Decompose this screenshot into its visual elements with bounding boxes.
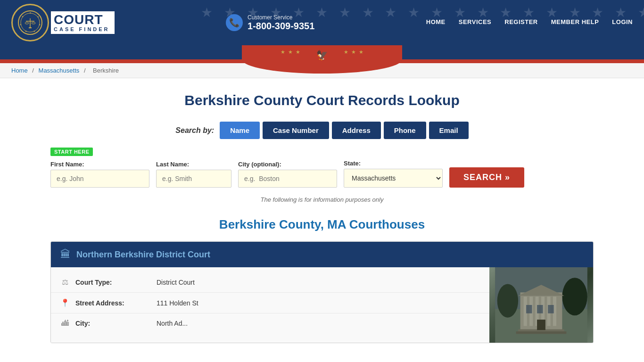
svg-point-18 <box>562 278 587 315</box>
last-name-field: Last Name: <box>156 161 231 188</box>
courthouse-card: 🏛 Northern Berkshire District Court ⚖ Co… <box>50 241 594 343</box>
city-row: 🏙 City: North Ad... <box>51 313 489 333</box>
street-address-val: 111 Holden St <box>157 299 198 307</box>
svg-point-11 <box>25 22 29 24</box>
svg-point-17 <box>497 284 518 318</box>
city-label: City (optional): <box>238 161 337 168</box>
logo-case-finder-text: CASE FINDER <box>54 26 110 32</box>
svg-rect-30 <box>537 305 543 313</box>
logo-svg: ★ ★ ★ ★ ★ ★ ★ <box>17 10 43 35</box>
courthouse-image <box>489 267 593 343</box>
courthouse-image-placeholder <box>489 267 593 343</box>
svg-text:★: ★ <box>29 11 32 14</box>
breadcrumb-sep-2: / <box>84 67 87 74</box>
svg-text:★: ★ <box>38 24 41 26</box>
cs-label: Customer Service <box>248 14 314 21</box>
nav-register[interactable]: REGISTER <box>504 18 537 27</box>
courthouse-info: ⚖ Court Type: District Court 📍 Street Ad… <box>51 267 489 343</box>
logo-badge: ★ ★ ★ ★ ★ ★ ★ <box>11 4 49 41</box>
city-val: North Ad... <box>157 320 188 327</box>
breadcrumb-current: Berkshire <box>93 67 119 74</box>
svg-point-12 <box>32 22 35 24</box>
last-name-label: Last Name: <box>156 161 231 168</box>
svg-rect-31 <box>548 305 553 313</box>
courthouse-building-svg <box>489 267 593 343</box>
logo-text-box: COURT CASE FINDER <box>51 11 115 34</box>
gavel-icon: ⚖ <box>60 278 70 287</box>
nav-home[interactable]: HOME <box>426 18 446 27</box>
page-title: Berkshire County Court Records Lookup <box>50 92 594 108</box>
courthouses-title: Berkshire County, MA Courthouses <box>50 217 594 232</box>
search-button[interactable]: SEARCH » <box>449 167 524 188</box>
customer-service: 📞 Customer Service 1-800-309-9351 <box>226 14 314 32</box>
street-address-row: 📍 Street Address: 111 Holden St <box>51 293 489 313</box>
tab-name[interactable]: Name <box>220 122 260 139</box>
courthouse-body: ⚖ Court Type: District Court 📍 Street Ad… <box>51 267 593 343</box>
court-type-row: ⚖ Court Type: District Court <box>51 272 489 293</box>
city-field: City (optional): <box>238 161 337 188</box>
city-input[interactable] <box>238 170 337 188</box>
search-by-label: Search by: <box>175 126 214 135</box>
tab-case-number[interactable]: Case Number <box>263 122 329 139</box>
nav-services[interactable]: SERVICES <box>459 18 492 27</box>
tab-phone[interactable]: Phone <box>384 122 426 139</box>
site-header: ★ ★ ★ ★ ★ ★ ★ COURT CASE FINDER 📞 Cust <box>0 0 644 45</box>
breadcrumb-massachusetts[interactable]: Massachusetts <box>39 67 80 74</box>
first-name-field: First Name: <box>50 161 149 188</box>
search-form: First Name: Last Name: City (optional): … <box>50 160 594 188</box>
first-name-label: First Name: <box>50 161 149 168</box>
courthouse-icon: 🏛 <box>60 248 71 261</box>
cs-phone: 1-800-309-9351 <box>248 21 314 32</box>
start-here-badge: START HERE <box>50 148 93 156</box>
tab-address[interactable]: Address <box>332 122 381 139</box>
nav-member-help[interactable]: MEMBER HELP <box>551 18 599 27</box>
main-content: Berkshire County Court Records Lookup Se… <box>39 78 605 362</box>
court-type-val: District Court <box>157 279 195 286</box>
cs-info: Customer Service 1-800-309-9351 <box>248 14 314 32</box>
court-type-key: Court Type: <box>75 279 151 286</box>
svg-rect-28 <box>516 331 567 334</box>
nav-login[interactable]: LOGIN <box>612 18 633 27</box>
breadcrumb-home[interactable]: Home <box>11 67 28 74</box>
svg-rect-29 <box>526 305 532 313</box>
tab-email[interactable]: Email <box>429 122 469 139</box>
ribbon-stars: ★★★ ★★★ <box>237 49 407 55</box>
svg-rect-13 <box>29 27 32 28</box>
location-icon: 📍 <box>60 298 70 307</box>
main-nav: HOME SERVICES REGISTER MEMBER HELP LOGIN <box>426 18 633 27</box>
svg-text:★: ★ <box>19 23 22 26</box>
breadcrumb-sep-1: / <box>32 67 35 74</box>
state-field: State: Massachusetts Alabama Alaska Ariz… <box>344 160 443 188</box>
city-key: City: <box>75 320 151 327</box>
last-name-input[interactable] <box>156 170 231 188</box>
city-icon: 🏙 <box>60 319 70 328</box>
courthouse-header: 🏛 Northern Berkshire District Court <box>51 242 593 267</box>
state-label: State: <box>344 160 443 167</box>
search-by-row: Search by: Name Case Number Address Phon… <box>50 122 594 139</box>
logo-area: ★ ★ ★ ★ ★ ★ ★ COURT CASE FINDER <box>11 4 115 41</box>
info-note: The following is for information purpose… <box>50 196 594 203</box>
courthouse-name-link[interactable]: Northern Berkshire District Court <box>76 250 210 260</box>
svg-rect-32 <box>537 320 545 330</box>
ribbon-area: 🦅 ★★★ ★★★ <box>0 45 644 59</box>
first-name-input[interactable] <box>50 170 149 188</box>
phone-icon: 📞 <box>226 14 243 31</box>
logo-court-text: COURT <box>54 13 110 26</box>
state-select[interactable]: Massachusetts Alabama Alaska Arizona Cal… <box>344 169 443 188</box>
street-address-key: Street Address: <box>75 299 151 307</box>
svg-text:★: ★ <box>21 15 25 18</box>
